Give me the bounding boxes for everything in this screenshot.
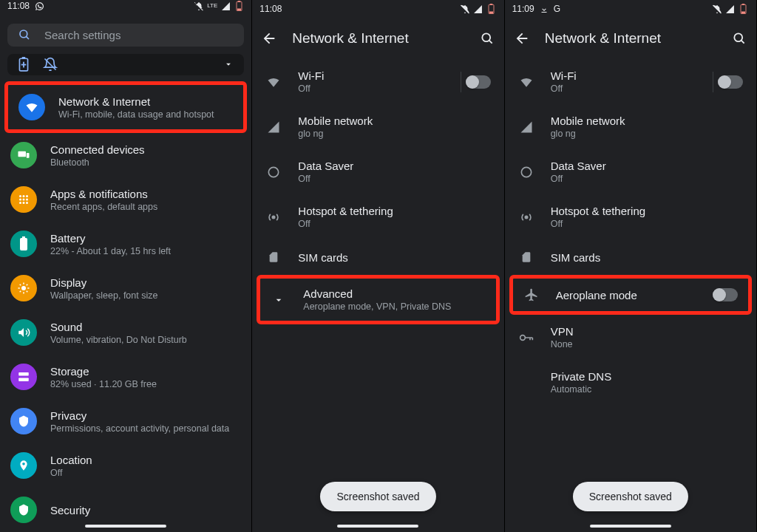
- wifi-toggle[interactable]: [718, 75, 743, 89]
- svg-rect-8: [21, 64, 27, 66]
- item-title: Hotspot & tethering: [298, 205, 393, 217]
- sound-icon: [10, 319, 37, 346]
- item-title: Wi-Fi: [298, 69, 324, 82]
- item-title: Storage: [50, 365, 157, 378]
- status-bar: 11:08 LTE: [0, 0, 251, 12]
- privacy-icon: [10, 408, 37, 434]
- item-sim-cards[interactable]: SIM cards: [252, 239, 503, 275]
- search-button[interactable]: [731, 30, 747, 47]
- toast-text: Screenshot saved: [589, 491, 672, 502]
- item-title: VPN: [551, 325, 574, 338]
- lte-label: LTE: [207, 3, 217, 9]
- hotspot-icon: [265, 210, 282, 225]
- bell-off-card-icon: [43, 57, 58, 72]
- battery-saver-icon: [18, 57, 30, 72]
- item-mobile-network[interactable]: Mobile networkglo ng: [505, 104, 756, 149]
- highlight-network-internet: Network & InternetWi-Fi, mobile, data us…: [4, 81, 247, 133]
- item-advanced[interactable]: AdvancedAeroplane mode, VPN, Private DNS: [260, 279, 495, 321]
- screenshot-toast[interactable]: Screenshot saved: [320, 482, 435, 511]
- status-time: 11:09: [512, 4, 534, 14]
- svg-point-16: [23, 199, 25, 201]
- svg-rect-34: [742, 4, 745, 5]
- item-data-saver[interactable]: Data SaverOff: [252, 149, 503, 194]
- battery-low-icon: [234, 1, 244, 11]
- item-title: Data Saver: [298, 160, 353, 172]
- item-title: Privacy: [50, 409, 229, 422]
- search-button[interactable]: [479, 30, 495, 47]
- back-button[interactable]: [261, 30, 277, 47]
- item-title: Connected devices: [50, 143, 145, 156]
- item-sub: None: [551, 339, 574, 349]
- pane-network-collapsed: 11:08 Network & Internet Wi-FiOff Mobile…: [252, 0, 504, 532]
- navigation-handle[interactable]: [337, 525, 418, 528]
- bell-off-icon: [460, 4, 470, 14]
- item-vpn[interactable]: VPNNone: [505, 315, 756, 360]
- item-data-saver[interactable]: Data SaverOff: [505, 149, 756, 194]
- item-mobile-network[interactable]: Mobile networkglo ng: [252, 104, 503, 149]
- item-aeroplane-mode[interactable]: Aeroplane mode: [513, 279, 748, 311]
- item-title: Mobile network: [551, 115, 625, 127]
- apps-icon: [10, 186, 37, 213]
- item-title: Apps & notifications: [50, 188, 157, 200]
- status-card[interactable]: [7, 54, 244, 75]
- item-title: Mobile network: [298, 115, 373, 127]
- item-sub: Off: [298, 174, 353, 184]
- navigation-handle[interactable]: [85, 525, 166, 528]
- battery-icon: [10, 231, 37, 257]
- sidebar-item-apps[interactable]: Apps & notificationsRecent apps, default…: [0, 177, 251, 222]
- highlight-aeroplane: Aeroplane mode: [509, 275, 752, 315]
- sidebar-item-location[interactable]: LocationOff: [0, 443, 251, 488]
- item-title: SIM cards: [298, 251, 348, 264]
- svg-rect-21: [20, 238, 27, 250]
- item-title: Wi-Fi: [551, 69, 577, 82]
- search-settings[interactable]: Search settings: [7, 24, 244, 47]
- sidebar-item-sound[interactable]: SoundVolume, vibration, Do Not Disturb: [0, 310, 251, 355]
- location-icon: [10, 452, 37, 479]
- item-sub: Off: [298, 219, 393, 229]
- sidebar-item-privacy[interactable]: PrivacyPermissions, account activity, pe…: [0, 399, 251, 443]
- item-title: Display: [50, 276, 157, 289]
- item-title: Battery: [50, 232, 171, 245]
- svg-point-39: [525, 216, 527, 218]
- sidebar-item-display[interactable]: DisplayWallpaper, sleep, font size: [0, 266, 251, 310]
- wifi-toggle[interactable]: [466, 75, 491, 89]
- aeroplane-toggle[interactable]: [713, 288, 738, 301]
- item-private-dns[interactable]: Private DNSAutomatic: [505, 360, 756, 405]
- svg-point-23: [21, 286, 26, 290]
- svg-point-17: [26, 199, 28, 201]
- screenshot-toast[interactable]: Screenshot saved: [573, 482, 688, 511]
- item-hotspot[interactable]: Hotspot & tetheringOff: [505, 194, 756, 239]
- wifi-icon: [18, 94, 45, 120]
- item-wifi[interactable]: Wi-FiOff: [505, 59, 756, 104]
- item-sim-cards[interactable]: SIM cards: [505, 239, 756, 275]
- item-sub: Off: [298, 83, 324, 94]
- item-wifi[interactable]: Wi-FiOff: [252, 59, 503, 104]
- chevron-down-icon: [271, 294, 287, 306]
- status-time: 11:08: [7, 1, 30, 11]
- sidebar-item-storage[interactable]: Storage82% used · 11.20 GB free: [0, 355, 251, 399]
- sidebar-item-battery[interactable]: Battery22% - About 1 day, 15 hrs left: [0, 222, 251, 266]
- svg-point-15: [19, 199, 21, 201]
- svg-point-13: [23, 195, 25, 197]
- sidebar-item-network-internet[interactable]: Network & InternetWi-Fi, mobile, data us…: [8, 85, 243, 129]
- item-hotspot[interactable]: Hotspot & tetheringOff: [252, 194, 503, 239]
- svg-line-30: [489, 41, 492, 44]
- sim-icon: [265, 250, 282, 265]
- item-sub: Recent apps, default apps: [50, 202, 157, 212]
- network-list: Wi-FiOff Mobile networkglo ng Data Saver…: [252, 59, 503, 324]
- back-button[interactable]: [514, 30, 530, 47]
- divider: [461, 72, 461, 92]
- bell-off-icon: [194, 1, 204, 11]
- hotspot-icon: [518, 210, 534, 225]
- svg-rect-6: [22, 57, 25, 59]
- svg-rect-1: [238, 1, 241, 2]
- item-sub: glo ng: [551, 129, 625, 139]
- signal-icon: [265, 120, 282, 134]
- pane-settings-root: 11:08 LTE Search settings Network & Inte…: [0, 0, 252, 532]
- bell-off-icon: [712, 4, 722, 14]
- item-sub: Bluetooth: [50, 157, 145, 168]
- navigation-handle[interactable]: [590, 525, 671, 528]
- google-g-icon: G: [554, 4, 560, 14]
- item-title: Advanced: [303, 287, 451, 300]
- sidebar-item-connected-devices[interactable]: Connected devicesBluetooth: [0, 133, 251, 177]
